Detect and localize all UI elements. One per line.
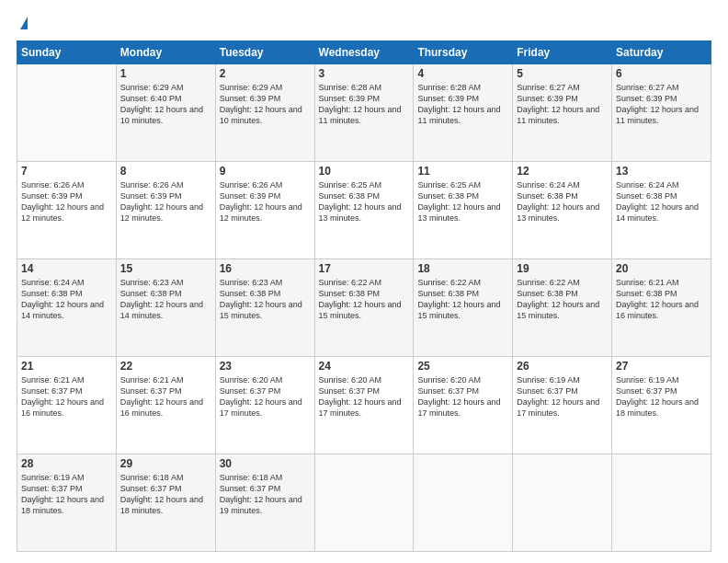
day-info: Sunrise: 6:23 AMSunset: 6:38 PMDaylight:… bbox=[220, 277, 311, 322]
calendar-cell: 1Sunrise: 6:29 AMSunset: 6:40 PMDaylight… bbox=[116, 64, 215, 162]
day-info: Sunrise: 6:27 AMSunset: 6:39 PMDaylight:… bbox=[517, 82, 608, 127]
day-info: Sunrise: 6:21 AMSunset: 6:37 PMDaylight:… bbox=[120, 374, 211, 419]
calendar-cell: 14Sunrise: 6:24 AMSunset: 6:38 PMDayligh… bbox=[17, 259, 117, 357]
calendar-header-friday: Friday bbox=[513, 41, 612, 64]
calendar-cell: 13Sunrise: 6:24 AMSunset: 6:38 PMDayligh… bbox=[612, 162, 711, 259]
day-number: 9 bbox=[220, 165, 311, 178]
day-number: 15 bbox=[120, 262, 211, 275]
day-info: Sunrise: 6:21 AMSunset: 6:38 PMDaylight:… bbox=[616, 277, 707, 322]
day-number: 12 bbox=[517, 165, 608, 178]
day-number: 17 bbox=[319, 262, 410, 275]
day-info: Sunrise: 6:22 AMSunset: 6:38 PMDaylight:… bbox=[517, 277, 608, 322]
day-number: 18 bbox=[417, 262, 508, 275]
calendar-week-3: 14Sunrise: 6:24 AMSunset: 6:38 PMDayligh… bbox=[17, 259, 711, 357]
calendar-header-row: SundayMondayTuesdayWednesdayThursdayFrid… bbox=[17, 41, 711, 64]
day-number: 25 bbox=[417, 360, 508, 373]
day-number: 29 bbox=[120, 457, 211, 470]
calendar-header-tuesday: Tuesday bbox=[215, 41, 314, 64]
calendar-header-monday: Monday bbox=[116, 41, 215, 64]
calendar-cell: 27Sunrise: 6:19 AMSunset: 6:37 PMDayligh… bbox=[612, 357, 711, 454]
day-number: 10 bbox=[319, 165, 410, 178]
calendar-cell: 15Sunrise: 6:23 AMSunset: 6:38 PMDayligh… bbox=[116, 259, 215, 357]
day-info: Sunrise: 6:20 AMSunset: 6:37 PMDaylight:… bbox=[220, 374, 311, 419]
calendar-cell: 8Sunrise: 6:26 AMSunset: 6:39 PMDaylight… bbox=[116, 162, 215, 259]
calendar-cell: 19Sunrise: 6:22 AMSunset: 6:38 PMDayligh… bbox=[513, 259, 612, 357]
calendar-cell: 24Sunrise: 6:20 AMSunset: 6:37 PMDayligh… bbox=[314, 357, 414, 454]
calendar-week-2: 7Sunrise: 6:26 AMSunset: 6:39 PMDaylight… bbox=[17, 162, 711, 259]
day-number: 30 bbox=[220, 457, 311, 470]
day-number: 5 bbox=[517, 67, 608, 80]
day-info: Sunrise: 6:24 AMSunset: 6:38 PMDaylight:… bbox=[616, 179, 707, 224]
day-number: 14 bbox=[21, 262, 112, 275]
calendar-cell: 2Sunrise: 6:29 AMSunset: 6:39 PMDaylight… bbox=[215, 64, 314, 162]
day-number: 11 bbox=[417, 165, 508, 178]
calendar-cell: 20Sunrise: 6:21 AMSunset: 6:38 PMDayligh… bbox=[612, 259, 711, 357]
calendar-cell: 7Sunrise: 6:26 AMSunset: 6:39 PMDaylight… bbox=[17, 162, 117, 259]
calendar-cell: 26Sunrise: 6:19 AMSunset: 6:37 PMDayligh… bbox=[513, 357, 612, 454]
calendar-cell: 28Sunrise: 6:19 AMSunset: 6:37 PMDayligh… bbox=[17, 454, 117, 552]
day-info: Sunrise: 6:23 AMSunset: 6:38 PMDaylight:… bbox=[120, 277, 211, 322]
calendar-week-4: 21Sunrise: 6:21 AMSunset: 6:37 PMDayligh… bbox=[17, 357, 711, 454]
calendar-header-thursday: Thursday bbox=[414, 41, 513, 64]
day-info: Sunrise: 6:20 AMSunset: 6:37 PMDaylight:… bbox=[417, 374, 508, 419]
calendar-cell bbox=[414, 454, 513, 552]
day-info: Sunrise: 6:19 AMSunset: 6:37 PMDaylight:… bbox=[21, 472, 112, 517]
day-info: Sunrise: 6:29 AMSunset: 6:40 PMDaylight:… bbox=[120, 82, 211, 127]
calendar-cell bbox=[314, 454, 414, 552]
calendar-cell: 16Sunrise: 6:23 AMSunset: 6:38 PMDayligh… bbox=[215, 259, 314, 357]
day-number: 19 bbox=[517, 262, 608, 275]
logo bbox=[17, 17, 28, 31]
calendar-cell: 12Sunrise: 6:24 AMSunset: 6:38 PMDayligh… bbox=[513, 162, 612, 259]
calendar-cell: 30Sunrise: 6:18 AMSunset: 6:37 PMDayligh… bbox=[215, 454, 314, 552]
day-number: 1 bbox=[120, 67, 211, 80]
calendar-cell: 4Sunrise: 6:28 AMSunset: 6:39 PMDaylight… bbox=[414, 64, 513, 162]
day-info: Sunrise: 6:25 AMSunset: 6:38 PMDaylight:… bbox=[319, 179, 410, 224]
header bbox=[17, 17, 711, 31]
day-number: 23 bbox=[220, 360, 311, 373]
day-number: 13 bbox=[616, 165, 707, 178]
day-number: 24 bbox=[319, 360, 410, 373]
day-number: 16 bbox=[220, 262, 311, 275]
calendar-cell: 22Sunrise: 6:21 AMSunset: 6:37 PMDayligh… bbox=[116, 357, 215, 454]
day-info: Sunrise: 6:19 AMSunset: 6:37 PMDaylight:… bbox=[616, 374, 707, 419]
calendar-week-5: 28Sunrise: 6:19 AMSunset: 6:37 PMDayligh… bbox=[17, 454, 711, 552]
day-info: Sunrise: 6:25 AMSunset: 6:38 PMDaylight:… bbox=[417, 179, 508, 224]
day-number: 8 bbox=[120, 165, 211, 178]
day-number: 27 bbox=[616, 360, 707, 373]
day-info: Sunrise: 6:29 AMSunset: 6:39 PMDaylight:… bbox=[220, 82, 311, 127]
day-info: Sunrise: 6:18 AMSunset: 6:37 PMDaylight:… bbox=[220, 472, 311, 517]
calendar-cell: 6Sunrise: 6:27 AMSunset: 6:39 PMDaylight… bbox=[612, 64, 711, 162]
calendar-cell bbox=[612, 454, 711, 552]
day-info: Sunrise: 6:28 AMSunset: 6:39 PMDaylight:… bbox=[319, 82, 410, 127]
calendar-week-1: 1Sunrise: 6:29 AMSunset: 6:40 PMDaylight… bbox=[17, 64, 711, 162]
day-info: Sunrise: 6:22 AMSunset: 6:38 PMDaylight:… bbox=[417, 277, 508, 322]
calendar-cell: 5Sunrise: 6:27 AMSunset: 6:39 PMDaylight… bbox=[513, 64, 612, 162]
logo-triangle-icon bbox=[20, 17, 28, 29]
day-number: 22 bbox=[120, 360, 211, 373]
day-number: 28 bbox=[21, 457, 112, 470]
calendar-cell bbox=[513, 454, 612, 552]
day-info: Sunrise: 6:21 AMSunset: 6:37 PMDaylight:… bbox=[21, 374, 112, 419]
calendar-cell bbox=[17, 64, 117, 162]
day-number: 6 bbox=[616, 67, 707, 80]
day-number: 2 bbox=[220, 67, 311, 80]
day-info: Sunrise: 6:28 AMSunset: 6:39 PMDaylight:… bbox=[417, 82, 508, 127]
day-info: Sunrise: 6:20 AMSunset: 6:37 PMDaylight:… bbox=[319, 374, 410, 419]
day-number: 26 bbox=[517, 360, 608, 373]
calendar-cell: 29Sunrise: 6:18 AMSunset: 6:37 PMDayligh… bbox=[116, 454, 215, 552]
calendar-cell: 3Sunrise: 6:28 AMSunset: 6:39 PMDaylight… bbox=[314, 64, 414, 162]
calendar-header-saturday: Saturday bbox=[612, 41, 711, 64]
day-info: Sunrise: 6:26 AMSunset: 6:39 PMDaylight:… bbox=[220, 179, 311, 224]
day-number: 4 bbox=[417, 67, 508, 80]
calendar-cell: 25Sunrise: 6:20 AMSunset: 6:37 PMDayligh… bbox=[414, 357, 513, 454]
calendar-header-wednesday: Wednesday bbox=[314, 41, 414, 64]
calendar-cell: 17Sunrise: 6:22 AMSunset: 6:38 PMDayligh… bbox=[314, 259, 414, 357]
day-info: Sunrise: 6:24 AMSunset: 6:38 PMDaylight:… bbox=[21, 277, 112, 322]
calendar-cell: 9Sunrise: 6:26 AMSunset: 6:39 PMDaylight… bbox=[215, 162, 314, 259]
day-info: Sunrise: 6:18 AMSunset: 6:37 PMDaylight:… bbox=[120, 472, 211, 517]
day-number: 21 bbox=[21, 360, 112, 373]
calendar-cell: 18Sunrise: 6:22 AMSunset: 6:38 PMDayligh… bbox=[414, 259, 513, 357]
day-number: 3 bbox=[319, 67, 410, 80]
day-info: Sunrise: 6:26 AMSunset: 6:39 PMDaylight:… bbox=[120, 179, 211, 224]
calendar-cell: 23Sunrise: 6:20 AMSunset: 6:37 PMDayligh… bbox=[215, 357, 314, 454]
